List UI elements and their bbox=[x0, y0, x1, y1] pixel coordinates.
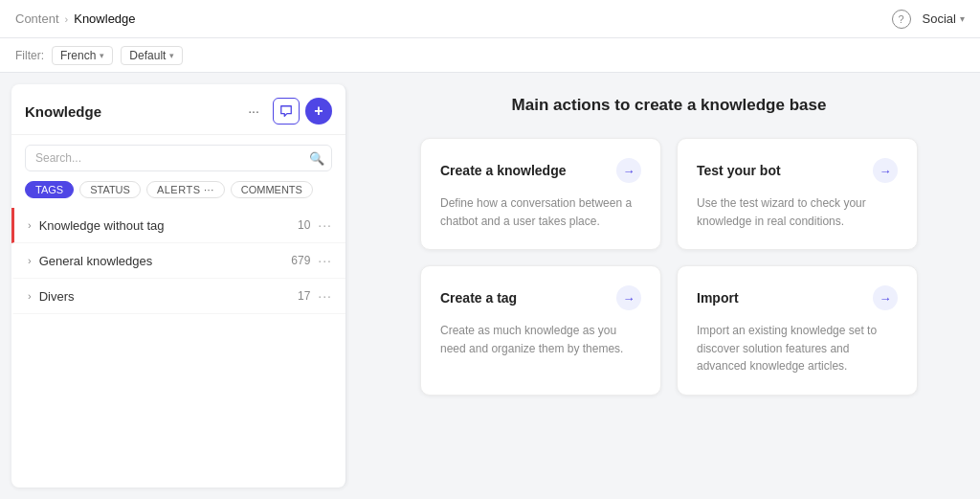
card-header: Import → bbox=[697, 285, 898, 310]
item-more[interactable]: ··· bbox=[318, 288, 332, 304]
sidebar-title: Knowledge bbox=[25, 103, 101, 120]
search-icon: 🔍 bbox=[309, 151, 324, 166]
item-count: 17 bbox=[298, 289, 310, 303]
card-create-tag[interactable]: Create a tag → Create as much knowledge … bbox=[420, 265, 661, 396]
item-count: 679 bbox=[291, 254, 310, 267]
item-label: Divers bbox=[39, 289, 298, 304]
item-more[interactable]: ··· bbox=[318, 217, 332, 233]
card-title: Import bbox=[697, 290, 739, 306]
card-arrow-icon: → bbox=[616, 158, 641, 183]
card-title: Create a tag bbox=[440, 290, 517, 306]
item-count: 10 bbox=[298, 218, 310, 232]
list-item[interactable]: › General knowledges 679 ··· bbox=[11, 243, 345, 279]
card-description: Define how a conversation between a chat… bbox=[440, 194, 641, 230]
filter-tabs: TAGS STATUS ALERTS ··· COMMENTS bbox=[11, 181, 345, 208]
card-header: Create a knowledge → bbox=[440, 158, 641, 183]
top-nav-right: ? Social ▾ bbox=[892, 10, 965, 29]
list-item[interactable]: › Knowledge without tag 10 ··· bbox=[11, 208, 345, 243]
chat-icon bbox=[279, 104, 293, 118]
card-test-bot[interactable]: Test your bot → Use the test wizard to c… bbox=[677, 138, 918, 250]
filter-bar: Filter: French ▾ Default ▾ bbox=[0, 38, 980, 73]
language-chevron: ▾ bbox=[100, 51, 104, 60]
card-title: Test your bot bbox=[697, 163, 781, 178]
card-import[interactable]: Import → Import an existing knowledge se… bbox=[677, 265, 918, 396]
breadcrumb: Content › Knowledge bbox=[15, 11, 136, 26]
main-layout: Knowledge ··· + 🔍 TAGS STATUS ALERTS ···… bbox=[0, 73, 980, 499]
knowledge-list: › Knowledge without tag 10 ··· › General… bbox=[11, 208, 345, 488]
card-header: Test your bot → bbox=[697, 158, 898, 183]
card-description: Import an existing knowledge set to disc… bbox=[697, 322, 898, 375]
language-filter[interactable]: French ▾ bbox=[52, 46, 113, 65]
tab-alerts[interactable]: ALERTS ··· bbox=[146, 181, 225, 198]
card-description: Use the test wizard to check your knowle… bbox=[697, 194, 898, 230]
card-header: Create a tag → bbox=[440, 285, 641, 310]
card-arrow-icon: → bbox=[616, 285, 641, 310]
item-chevron: › bbox=[28, 219, 32, 231]
item-label: General knowledges bbox=[39, 254, 292, 268]
breadcrumb-content[interactable]: Content bbox=[15, 11, 59, 26]
help-icon[interactable]: ? bbox=[892, 10, 911, 29]
sidebar-header: Knowledge ··· + bbox=[11, 84, 345, 135]
sidebar-panel: Knowledge ··· + 🔍 TAGS STATUS ALERTS ···… bbox=[11, 84, 346, 488]
item-label: Knowledge without tag bbox=[39, 218, 298, 233]
card-arrow-icon: → bbox=[873, 158, 898, 183]
social-dropdown[interactable]: Social ▾ bbox=[923, 11, 965, 26]
breadcrumb-separator: › bbox=[65, 13, 69, 25]
main-title: Main actions to create a knowledge base bbox=[381, 96, 957, 115]
card-title: Create a knowledge bbox=[440, 163, 567, 178]
item-more[interactable]: ··· bbox=[318, 253, 332, 268]
search-input[interactable] bbox=[25, 145, 332, 171]
more-options-button[interactable]: ··· bbox=[240, 98, 267, 125]
tab-comments[interactable]: COMMENTS bbox=[231, 181, 313, 198]
chat-button[interactable] bbox=[273, 98, 300, 125]
filter-label: Filter: bbox=[15, 49, 44, 62]
sidebar-actions: ··· + bbox=[240, 98, 332, 125]
card-arrow-icon: → bbox=[873, 285, 898, 310]
default-chevron: ▾ bbox=[169, 51, 174, 60]
main-content: Main actions to create a knowledge base … bbox=[358, 73, 980, 499]
default-filter[interactable]: Default ▾ bbox=[121, 46, 183, 65]
cards-grid: Create a knowledge → Define how a conver… bbox=[420, 138, 918, 396]
card-create-knowledge[interactable]: Create a knowledge → Define how a conver… bbox=[420, 138, 661, 250]
top-nav: Content › Knowledge ? Social ▾ bbox=[0, 0, 980, 38]
tab-tags[interactable]: TAGS bbox=[25, 181, 74, 198]
search-wrap: 🔍 bbox=[11, 135, 345, 181]
item-chevron: › bbox=[28, 290, 32, 302]
breadcrumb-current: Knowledge bbox=[74, 11, 135, 26]
card-description: Create as much knowledge as you need and… bbox=[440, 322, 641, 357]
social-label: Social bbox=[923, 11, 956, 26]
list-item[interactable]: › Divers 17 ··· bbox=[11, 279, 345, 314]
tab-status[interactable]: STATUS bbox=[79, 181, 141, 198]
add-button[interactable]: + bbox=[305, 98, 332, 125]
item-chevron: › bbox=[28, 255, 32, 266]
social-chevron: ▾ bbox=[960, 13, 965, 24]
